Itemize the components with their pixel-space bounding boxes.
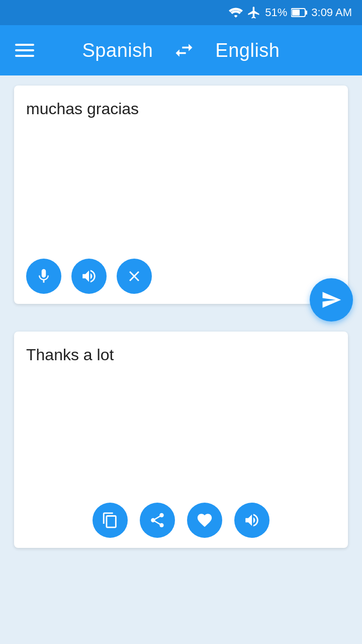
toolbar: Spanish English: [0, 25, 362, 75]
source-language[interactable]: Spanish: [82, 40, 153, 61]
battery-text: 51%: [265, 6, 287, 19]
output-card: Thanks a lot: [14, 332, 348, 548]
language-selector: Spanish English: [82, 39, 280, 61]
output-area: Thanks a lot: [26, 344, 336, 495]
copy-button[interactable]: [93, 503, 128, 538]
svg-rect-1: [305, 11, 307, 15]
input-area: [26, 98, 336, 251]
clear-input-button[interactable]: [117, 259, 152, 294]
time-text: 3:09 AM: [311, 6, 352, 19]
status-bar: 51% 3:09 AM: [0, 0, 362, 25]
speak-output-button[interactable]: [234, 503, 269, 538]
airplane-icon: [247, 6, 261, 20]
speak-input-button[interactable]: [71, 259, 107, 294]
source-text-input[interactable]: [26, 98, 336, 249]
output-actions: [26, 503, 336, 538]
favorite-button[interactable]: [187, 503, 222, 538]
share-button[interactable]: [140, 503, 175, 538]
menu-button[interactable]: [15, 44, 34, 57]
battery-icon: [291, 8, 307, 18]
main-content: Thanks a lot: [0, 75, 362, 558]
target-language[interactable]: English: [215, 40, 280, 61]
input-card: [14, 86, 348, 304]
svg-rect-2: [292, 10, 300, 16]
translated-text: Thanks a lot: [26, 344, 336, 495]
input-actions: [26, 259, 336, 294]
translate-button[interactable]: [310, 278, 353, 321]
wifi-icon: [229, 7, 243, 18]
microphone-button[interactable]: [26, 259, 61, 294]
swap-languages-button[interactable]: [173, 39, 195, 61]
status-icons: 51% 3:09 AM: [229, 6, 352, 20]
